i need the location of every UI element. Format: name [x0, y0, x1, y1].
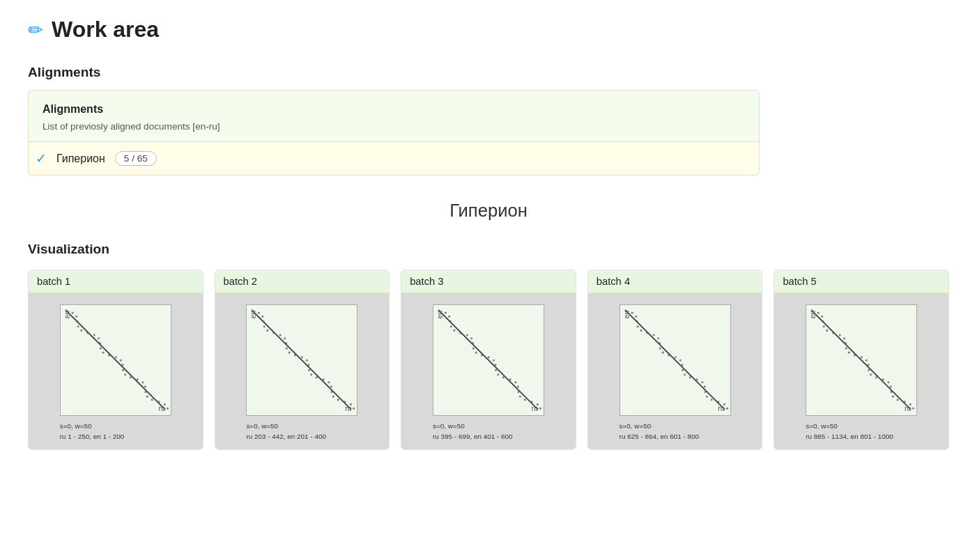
- visualization-section-label: Visualization: [28, 242, 949, 257]
- batch-header-4: batch 4: [588, 270, 762, 293]
- svg-point-71: [472, 342, 474, 344]
- batch-label-en-3: en: [436, 311, 444, 319]
- svg-point-130: [843, 337, 845, 339]
- svg-point-63: [445, 312, 447, 314]
- svg-point-141: [882, 378, 884, 380]
- svg-point-143: [890, 386, 892, 388]
- svg-point-115: [705, 396, 707, 398]
- svg-point-9: [93, 334, 95, 336]
- svg-point-89: [539, 407, 541, 410]
- svg-point-117: [717, 400, 719, 403]
- svg-point-87: [530, 400, 532, 403]
- batch-card-5[interactable]: batch 5 en ru s=0, w=: [774, 270, 949, 450]
- document-title: Гиперион: [28, 201, 949, 221]
- svg-point-3: [71, 312, 73, 314]
- svg-point-56: [337, 398, 339, 400]
- svg-point-77: [494, 364, 496, 366]
- svg-point-133: [848, 352, 850, 354]
- svg-point-52: [328, 381, 330, 383]
- batch-card-2[interactable]: batch 2 en ru s=0, w=: [215, 270, 390, 450]
- svg-point-134: [854, 354, 856, 356]
- svg-point-25: [146, 396, 148, 398]
- svg-point-149: [912, 407, 914, 410]
- svg-point-26: [151, 398, 153, 400]
- svg-point-132: [845, 348, 847, 350]
- svg-point-36: [263, 325, 266, 327]
- svg-point-51: [323, 378, 325, 380]
- svg-point-125: [822, 320, 824, 322]
- svg-point-24: [144, 391, 146, 393]
- svg-point-39: [279, 334, 282, 336]
- svg-point-45: [301, 356, 303, 358]
- batch-label-ru-1: ru: [159, 405, 165, 412]
- svg-point-94: [635, 316, 637, 318]
- svg-point-75: [488, 356, 490, 358]
- svg-point-49: [311, 373, 313, 375]
- batch-info-1: s=0, w=50 ru 1 - 250, en 1 - 200: [60, 421, 171, 442]
- batch-card-3[interactable]: batch 3 en ru s=0, w=: [401, 270, 576, 450]
- svg-point-69: [466, 334, 468, 336]
- svg-point-6: [77, 325, 79, 327]
- svg-point-66: [450, 325, 452, 327]
- svg-point-100: [657, 337, 659, 339]
- svg-point-93: [631, 312, 633, 314]
- svg-point-78: [495, 369, 497, 371]
- svg-point-27: [157, 400, 160, 403]
- svg-point-37: [267, 329, 269, 332]
- svg-point-7: [80, 329, 82, 332]
- svg-point-146: [897, 398, 899, 400]
- batch-body-2: en ru s=0, w=50 ru 203 - 442, en 201 - 4…: [215, 293, 390, 449]
- svg-point-114: [704, 391, 706, 393]
- batches-row: batch 1 en ru s=0, w=: [28, 270, 949, 450]
- svg-point-108: [682, 369, 684, 371]
- svg-point-85: [519, 396, 521, 398]
- svg-point-124: [821, 316, 823, 318]
- svg-point-16: [120, 359, 122, 361]
- alignment-name: Гиперион: [56, 153, 105, 165]
- svg-point-21: [136, 378, 138, 380]
- batch-label-en-2: en: [249, 311, 257, 319]
- svg-point-64: [448, 316, 450, 318]
- svg-point-80: [502, 376, 505, 378]
- svg-point-41: [285, 342, 287, 344]
- svg-point-95: [636, 320, 638, 322]
- svg-point-47: [308, 364, 310, 366]
- svg-point-127: [826, 329, 828, 332]
- svg-point-84: [517, 391, 519, 393]
- alignment-row[interactable]: ✓ Гиперион 5 / 65: [29, 141, 759, 175]
- svg-point-119: [726, 407, 728, 410]
- alignments-section-label: Alignments: [28, 65, 949, 80]
- svg-point-15: [114, 356, 116, 358]
- batch-card-4[interactable]: batch 4 en ru s=0, w=: [587, 270, 763, 450]
- svg-point-139: [870, 373, 872, 375]
- svg-point-4: [75, 316, 77, 318]
- svg-point-70: [470, 337, 472, 339]
- svg-point-97: [640, 329, 642, 332]
- svg-point-12: [100, 348, 102, 350]
- svg-point-5: [76, 320, 78, 322]
- batch-label-en-4: en: [623, 311, 631, 319]
- svg-point-55: [332, 396, 334, 398]
- batch-body-5: en ru s=0, w=50 ru 865 - 1134, en 801 - …: [774, 293, 948, 449]
- svg-point-113: [703, 386, 705, 388]
- svg-point-23: [144, 386, 146, 388]
- page-header: ✏ Work area: [28, 17, 949, 42]
- alignments-section: Alignments Alignments List of previosly …: [28, 65, 949, 176]
- svg-point-104: [667, 354, 669, 356]
- svg-point-29: [167, 407, 169, 410]
- svg-point-54: [331, 391, 333, 393]
- svg-point-17: [121, 364, 123, 366]
- batch-chart-1: en ru: [60, 304, 171, 416]
- svg-point-99: [652, 334, 654, 336]
- batch-info-3: s=0, w=50 ru 395 - 699, en 401 - 600: [433, 421, 544, 442]
- svg-point-72: [472, 348, 475, 350]
- svg-point-65: [449, 320, 452, 322]
- svg-point-109: [684, 373, 686, 375]
- svg-point-81: [509, 378, 511, 380]
- svg-point-135: [861, 356, 863, 358]
- svg-point-18: [122, 369, 124, 371]
- svg-point-8: [86, 332, 89, 334]
- svg-point-57: [344, 400, 346, 403]
- alignment-badge: 5 / 65: [115, 151, 157, 166]
- batch-card-1[interactable]: batch 1 en ru s=0, w=: [28, 270, 203, 450]
